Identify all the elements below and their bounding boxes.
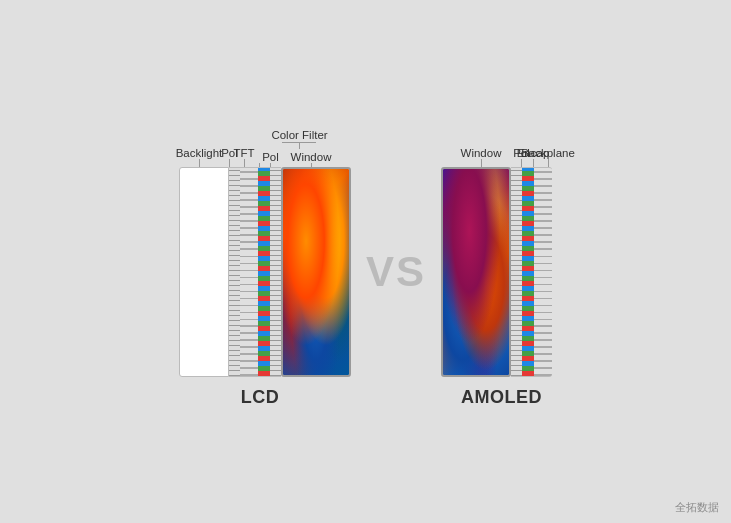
vs-text: VS	[366, 248, 426, 296]
lcd-backlight-layer	[179, 167, 229, 377]
amoled-backplane-label: Backplane	[521, 147, 575, 159]
amoled-window-label: Window	[461, 147, 502, 159]
colorfilter-label: Color Filter	[271, 129, 327, 141]
lcd-colorfilter-layer	[258, 167, 270, 377]
lcd-title: LCD	[241, 387, 280, 407]
lcd-pol2-layer	[270, 167, 281, 377]
window-label: Window	[291, 151, 332, 163]
cf-group: Color Filter Pol	[253, 129, 346, 167]
lcd-window-bg	[283, 169, 349, 375]
amoled-encap-tick	[533, 159, 534, 167]
lcd-tft-layer	[240, 167, 258, 377]
lcd-layers	[179, 167, 351, 377]
amoled-backplane-tick	[548, 159, 549, 167]
tft-tick	[244, 159, 245, 167]
backlight-tick	[199, 159, 200, 167]
backlight-label-group: Backlight	[174, 147, 224, 167]
amoled-labels: Window Pol Encap Backplane	[446, 115, 557, 167]
amoled-title: AMOLED	[461, 387, 542, 407]
amoled-pol-tick	[521, 159, 522, 167]
layers-visual-row: VS	[179, 167, 552, 377]
lcd-window-layer	[281, 167, 351, 377]
amoled-window-bg	[443, 169, 509, 375]
amoled-window-tick	[481, 159, 482, 167]
watermark-text: 全拓数据	[675, 501, 719, 513]
lcd-title-container: LCD	[174, 387, 346, 408]
amoled-title-container: AMOLED	[446, 387, 557, 408]
amoled-layers	[441, 167, 552, 377]
tft-label: TFT	[233, 147, 254, 159]
vs-spacer: VS	[351, 167, 441, 377]
amoled-backplane-label-group: Backplane	[539, 147, 557, 167]
backlight-label: Backlight	[176, 147, 223, 159]
window-label-group: Window	[276, 151, 346, 167]
watermark: 全拓数据	[675, 500, 719, 515]
amoled-pol-layer	[511, 167, 522, 377]
amoled-encap-layer	[522, 167, 534, 377]
amoled-backplane-layer	[534, 167, 552, 377]
main-container: Backlight Pol TFT	[0, 0, 731, 523]
lcd-pol1-layer	[229, 167, 240, 377]
cf-bracket-v	[299, 143, 300, 149]
pol2-label-group: Pol	[265, 151, 276, 167]
tft-label-group: TFT	[235, 147, 253, 167]
bottom-title-row: LCD AMOLED	[174, 387, 557, 408]
amoled-window-label-group: Window	[446, 147, 516, 167]
diagram-container: Backlight Pol TFT	[0, 115, 731, 408]
amoled-window-layer	[441, 167, 511, 377]
pol1-tick	[229, 159, 230, 167]
